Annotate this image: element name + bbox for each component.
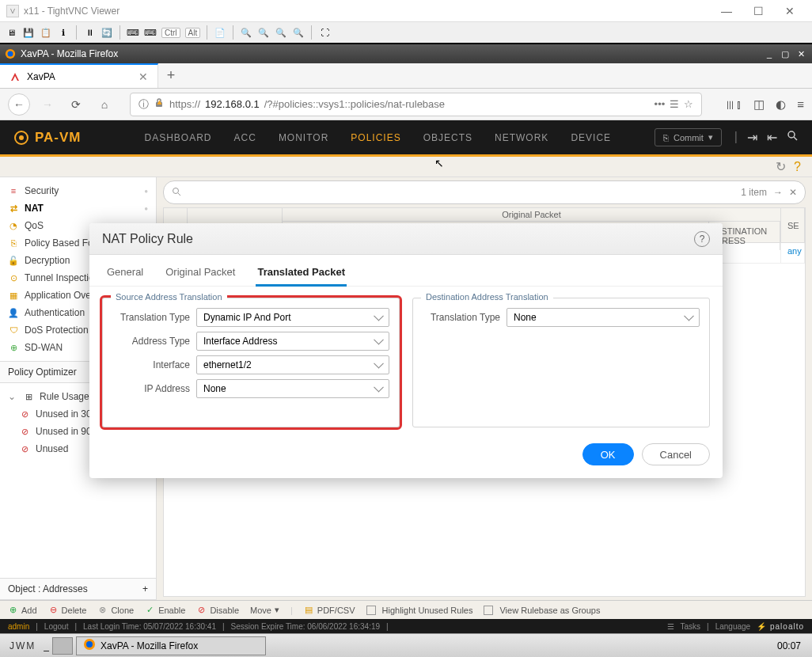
minimize-button[interactable]: — (711, 3, 742, 19)
add-icon[interactable]: + (142, 583, 148, 594)
tab-original-packet[interactable]: Original Packet (164, 261, 237, 286)
save-icon[interactable]: 💾 (22, 26, 35, 39)
unused-icon: ⊘ (19, 426, 30, 437)
footer-tasks[interactable]: Tasks (681, 622, 701, 631)
pdf-button[interactable]: ▤PDF/CSV (304, 605, 355, 615)
url-scheme: https:// (169, 98, 200, 110)
browser-tab[interactable]: XavPA ✕ (0, 63, 158, 88)
reload-button[interactable]: ⟳ (65, 93, 87, 116)
ff-minimize-button[interactable]: _ (763, 49, 776, 59)
transfer-icon[interactable]: 📄 (214, 26, 226, 39)
clone-button[interactable]: ⊗Clone (97, 605, 134, 615)
commit-button[interactable]: ⎘ Commit ▾ (655, 128, 722, 146)
ctrl-key[interactable]: Ctrl (161, 28, 180, 38)
menu-icon[interactable]: ≡ (797, 97, 804, 111)
zoom-out-icon[interactable]: 🔍 (257, 26, 270, 39)
new-tab-button[interactable]: + (158, 63, 184, 88)
config-icon[interactable]: ⇥ (747, 130, 757, 145)
move-button[interactable]: Move▾ (250, 605, 279, 615)
sidebar-item-security[interactable]: ≡Security● (0, 182, 156, 199)
disable-button[interactable]: ⊘Disable (196, 605, 239, 615)
forward-button[interactable]: → (36, 93, 59, 116)
ip-address-label: IP Address (112, 383, 196, 394)
menu-policies[interactable]: POLICIES (351, 132, 400, 143)
cell-any[interactable]: any (781, 243, 805, 263)
desktop-pager[interactable] (52, 637, 73, 655)
search-bar[interactable]: 1 item → ✕ (163, 180, 806, 204)
cancel-button[interactable]: Cancel (642, 443, 710, 465)
close-button[interactable]: ✕ (774, 3, 806, 19)
menu-objects[interactable]: OBJECTS (423, 132, 472, 143)
chevron-down-icon: ▾ (275, 605, 279, 615)
url-path: /?#policies::vsys1::policies/nat-rulebas… (264, 98, 445, 110)
tab-close-icon[interactable]: ✕ (138, 70, 148, 83)
alt-key[interactable]: Alt (185, 28, 201, 38)
footer-logout[interactable]: Logout (44, 622, 69, 631)
dst-legend: Destination Address Translation (421, 292, 553, 302)
destination-address-translation-fieldset: Destination Address Translation Translat… (412, 298, 710, 427)
cad2-icon[interactable]: ⌨ (144, 26, 157, 39)
zoom-auto-icon[interactable]: 🔍 (292, 26, 305, 39)
enable-button[interactable]: ✓Enable (145, 605, 185, 615)
help-icon[interactable]: ? (794, 160, 801, 174)
taskbar-task-firefox[interactable]: XavPA - Mozilla Firefox (76, 636, 266, 655)
firefox-titlebar: XavPA - Mozilla Firefox _ ▢ ✕ (0, 44, 812, 63)
ff-close-button[interactable]: ✕ (795, 49, 807, 59)
fullscreen-icon[interactable]: ⛶ (318, 26, 331, 39)
library-icon[interactable]: ⫼⫿ (724, 97, 742, 111)
info-icon[interactable]: ⓘ (138, 97, 149, 112)
menu-device[interactable]: DEVICE (571, 132, 611, 143)
translation-type-select[interactable]: Dynamic IP And Port (196, 308, 389, 327)
pbf-icon: ⎘ (8, 237, 19, 249)
pause-icon[interactable]: ⏸ (83, 26, 96, 39)
view-groups-checkbox[interactable]: View Rulebase as Groups (484, 606, 600, 615)
ff-maximize-button[interactable]: ▢ (779, 49, 791, 59)
menu-monitor[interactable]: MONITOR (279, 132, 328, 143)
highlight-unused-checkbox[interactable]: Highlight Unused Rules (366, 606, 473, 615)
interface-select[interactable]: ethernet1/2 (196, 355, 389, 374)
sidebar-icon[interactable]: ◫ (753, 97, 765, 112)
menu-dashboard[interactable]: DASHBOARD (145, 132, 212, 143)
help-icon[interactable]: ? (694, 231, 710, 247)
ip-address-select[interactable]: None (196, 379, 389, 398)
jwm-menu[interactable]: JWM (5, 639, 40, 653)
bookmark-star-icon[interactable]: ☆ (684, 98, 693, 110)
clear-icon[interactable]: ✕ (789, 187, 797, 198)
reader-icon[interactable]: ☰ (670, 98, 679, 110)
app-icon: ▦ (8, 290, 19, 301)
ok-button[interactable]: OK (582, 443, 634, 465)
delete-button[interactable]: ⊖Delete (48, 605, 87, 615)
search-icon[interactable] (787, 130, 798, 145)
account-icon[interactable]: ◐ (776, 97, 786, 112)
new-connection-icon[interactable]: 🖥 (5, 26, 17, 39)
zoom-in-icon[interactable]: 🔍 (240, 26, 252, 39)
url-bar[interactable]: ⓘ https://192.168.0.1/?#policies::vsys1:… (130, 93, 702, 116)
brand-text: PA-VM (35, 130, 82, 146)
cad-icon[interactable]: ⌨ (127, 26, 139, 39)
vnc-title: x11 - TightVNC Viewer (24, 6, 120, 17)
maximize-button[interactable]: ☐ (742, 3, 774, 19)
config2-icon[interactable]: ⇤ (767, 130, 777, 145)
zoom-100-icon[interactable]: 🔍 (275, 26, 287, 39)
dst-translation-type-label: Translation Type (423, 312, 507, 323)
add-button[interactable]: ⊕Add (8, 605, 37, 615)
address-type-select[interactable]: Interface Address (196, 332, 389, 351)
refresh-icon[interactable]: 🔄 (101, 26, 113, 39)
footer-language[interactable]: Language (715, 622, 751, 631)
dst-translation-type-select[interactable]: None (507, 308, 700, 327)
home-button[interactable]: ⌂ (93, 93, 116, 116)
tab-general[interactable]: General (105, 261, 145, 286)
chevron-down-icon: ⌄ (8, 391, 17, 402)
menu-network[interactable]: NETWORK (495, 132, 548, 143)
info-icon[interactable]: ℹ (57, 26, 70, 39)
sidebar-item-nat[interactable]: ⇄NAT● (0, 199, 156, 217)
refresh-icon[interactable]: ↻ (776, 159, 786, 174)
page-actions-icon[interactable]: ••• (655, 98, 666, 110)
arrow-right-icon[interactable]: → (773, 187, 783, 198)
tab-translated-packet[interactable]: Translated Packet (256, 261, 347, 286)
tasks-icon[interactable]: ☰ (667, 622, 674, 631)
menu-acc[interactable]: ACC (234, 132, 256, 143)
back-button[interactable]: ← (8, 93, 30, 116)
footer-admin[interactable]: admin (8, 622, 29, 631)
options-icon[interactable]: 📋 (40, 26, 52, 39)
